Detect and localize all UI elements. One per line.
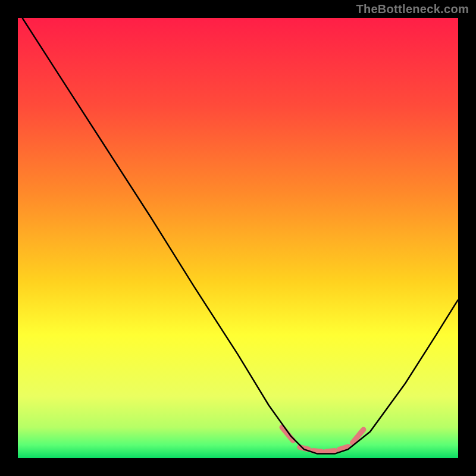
chart-frame: TheBottleneck.com bbox=[0, 0, 476, 476]
svg-line-2 bbox=[313, 450, 322, 451]
gradient-background bbox=[18, 18, 458, 458]
chart-svg bbox=[18, 18, 458, 458]
attribution-text: TheBottleneck.com bbox=[356, 2, 469, 16]
svg-line-3 bbox=[326, 450, 335, 451]
plot-area bbox=[18, 18, 458, 458]
svg-line-4 bbox=[339, 447, 348, 449]
